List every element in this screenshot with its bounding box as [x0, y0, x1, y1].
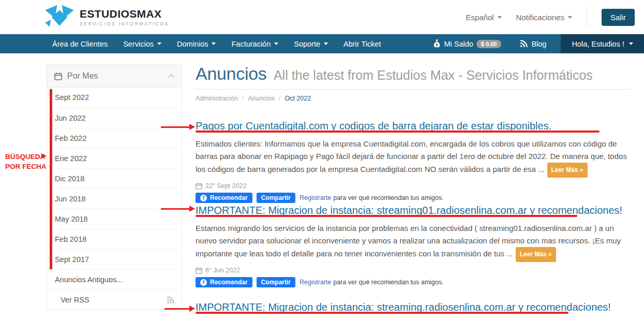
- leer-mas-button[interactable]: Leer Más »: [547, 163, 588, 178]
- announcement-body: Estamos migrando los servicios de la ins…: [196, 222, 631, 262]
- nav-item-dominios[interactable]: Dominios: [169, 34, 223, 53]
- topbar-right: Español Notificaciones Salir: [466, 7, 635, 27]
- chevron-down-icon: [157, 42, 161, 45]
- nav-item-servicios[interactable]: Servicios: [115, 34, 169, 53]
- announcement-date: 22° Sept 2022: [196, 182, 631, 190]
- chevron-down-icon: [568, 16, 572, 19]
- chevron-down-icon: [498, 16, 502, 19]
- mi-saldo[interactable]: $ Mi Saldo $ 0.00: [424, 34, 511, 53]
- chevron-down-icon: [629, 42, 633, 45]
- chevron-down-icon: [324, 42, 328, 45]
- page-subtitle: All the latest from Estudios Max - Servi…: [274, 68, 593, 82]
- facebook-plugin: fRecomendar Compartir Registrarte para v…: [196, 277, 631, 287]
- rss-icon: [520, 40, 528, 48]
- fb-recomendar-button[interactable]: fRecomendar: [196, 193, 252, 203]
- announcement-body: Estimados clientes: Informamos que la em…: [196, 138, 631, 178]
- breadcrumb-oct-2022: Oct 2022: [284, 95, 311, 102]
- fb-registrarte-link[interactable]: Registrarte: [299, 279, 331, 286]
- nav-item-blog[interactable]: Blog: [511, 34, 556, 53]
- logo-subtitle: SERVICIOS INFORMÁTICOS: [80, 21, 169, 26]
- logo-text: ESTUDIOSMAX SERVICIOS INFORMÁTICOS: [80, 8, 169, 26]
- logo-fox-icon: [44, 4, 74, 30]
- facebook-icon: f: [200, 279, 207, 286]
- fb-compartir-button[interactable]: Compartir: [257, 193, 295, 203]
- logo-title: ESTUDIOSMAX: [80, 8, 169, 20]
- sidebar-item-ver-rss[interactable]: Ver RSS: [47, 289, 182, 310]
- calendar-icon: [196, 183, 202, 190]
- sidebar-header[interactable]: Por Mes: [47, 65, 182, 88]
- annotation-arrowhead: [41, 153, 47, 158]
- breadcrumb-administracion[interactable]: Administración: [196, 95, 238, 102]
- nav-item-soporte[interactable]: Soporte: [286, 34, 336, 53]
- sidebar-item-feb-2018[interactable]: Feb 2018: [47, 229, 182, 249]
- annotation-underline-1: [196, 130, 600, 133]
- fb-compartir-button[interactable]: Compartir: [257, 277, 295, 287]
- sidebar-month-list: Sept 2022 Jun 2022 Feb 2022 Ene 2022 Dic…: [47, 88, 182, 310]
- announcement-date: 6° Jun 2022: [196, 267, 631, 274]
- sidebar-item-may-2018[interactable]: May 2018: [47, 209, 182, 229]
- facebook-icon: f: [200, 195, 207, 201]
- annotation-underline-2: [196, 215, 577, 217]
- rss-icon: [167, 296, 174, 304]
- content-area: Por Mes Sept 2022 Jun 2022 Feb 2022 Ene …: [0, 53, 644, 319]
- breadcrumb: Administración/Anuncios/Oct 2022: [196, 95, 311, 102]
- facebook-plugin: fRecomendar Compartir Registrarte para v…: [196, 193, 631, 203]
- breadcrumb-anuncios[interactable]: Anuncios: [248, 95, 274, 102]
- sidebar-item-sept-2017[interactable]: Sept 2017: [47, 249, 182, 269]
- money-bag-icon: $: [433, 39, 441, 48]
- header-divider: [587, 7, 587, 27]
- sidebar-item-jun-2018[interactable]: Jun 2018: [47, 189, 182, 209]
- nav-item-facturacion[interactable]: Facturación: [223, 34, 286, 53]
- nav-item-abrir-ticket[interactable]: Abrir Ticket: [336, 34, 389, 53]
- annotation-arrow-3: [164, 308, 190, 310]
- calendar-icon: [196, 267, 202, 274]
- chevron-up-icon: [168, 74, 174, 78]
- nav-item-area-de-clientes[interactable]: Área de Clientes: [44, 34, 115, 53]
- fb-registrarte-link[interactable]: Registrarte: [299, 194, 331, 201]
- sidebar-item-dic-2018[interactable]: Dic 2018: [47, 168, 182, 189]
- sidebar-item-sept-2022[interactable]: Sept 2022: [47, 88, 182, 108]
- logout-button[interactable]: Salir: [602, 9, 635, 26]
- leer-mas-button[interactable]: Leer Más »: [516, 247, 556, 262]
- annotation-arrow-1: [161, 126, 190, 128]
- annotation-vertical-line: [50, 89, 52, 269]
- svg-text:$: $: [436, 42, 439, 47]
- annotation-arrow-2: [161, 208, 190, 210]
- saldo-badge: $ 0.00: [476, 40, 502, 48]
- sidebar-item-anuncios-antiguos[interactable]: Anuncios Antiguos...: [47, 269, 182, 289]
- sidebar-item-feb-2022[interactable]: Feb 2022: [47, 128, 182, 148]
- user-menu[interactable]: Hola, Estudios !: [561, 34, 644, 53]
- page-title: Anuncios: [196, 64, 266, 83]
- language-menu[interactable]: Español: [466, 13, 501, 22]
- title-divider: [196, 89, 631, 90]
- sidebar-por-mes: Por Mes Sept 2022 Jun 2022 Feb 2022 Ene …: [47, 65, 182, 310]
- main-navbar: Área de Clientes Servicios Dominios Fact…: [0, 34, 644, 53]
- chevron-down-icon: [212, 42, 216, 45]
- chevron-down-icon: [274, 42, 278, 45]
- annotation-underline-3: [196, 312, 568, 314]
- calendar-icon: [54, 72, 62, 80]
- fb-recomendar-button[interactable]: fRecomendar: [196, 277, 252, 287]
- navbar-right: $ Mi Saldo $ 0.00 Blog Hola, Estudios !: [424, 34, 644, 53]
- logo[interactable]: ESTUDIOSMAX SERVICIOS INFORMÁTICOS: [44, 4, 169, 30]
- top-header: ESTUDIOSMAX SERVICIOS INFORMÁTICOS Españ…: [0, 0, 644, 34]
- sidebar-item-jun-2022[interactable]: Jun 2022: [47, 108, 182, 128]
- page-head: Anuncios All the latest from Estudios Ma…: [196, 64, 593, 84]
- notifications-menu[interactable]: Notificaciones: [516, 13, 572, 22]
- sidebar-item-ene-2022[interactable]: Ene 2022: [47, 148, 182, 168]
